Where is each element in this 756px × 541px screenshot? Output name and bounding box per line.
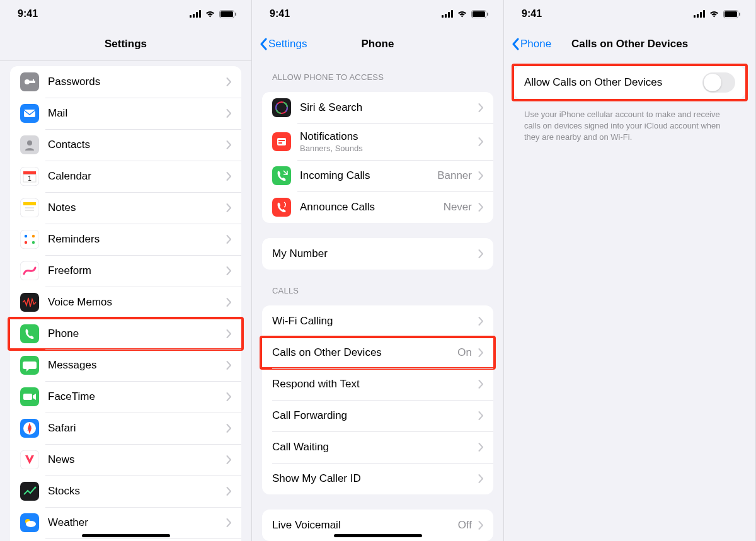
settings-list: PasswordsMailContacts1CalendarNotesRemin… bbox=[10, 66, 241, 541]
row-detail: Never bbox=[444, 201, 472, 214]
chevron-right-icon bbox=[478, 380, 483, 389]
content: PasswordsMailContacts1CalendarNotesRemin… bbox=[0, 61, 251, 541]
row-label: Announce Calls bbox=[300, 200, 444, 214]
list-row[interactable]: Reminders bbox=[10, 224, 241, 255]
list-row[interactable]: Calls on Other DevicesOn bbox=[262, 337, 493, 368]
list-row[interactable]: Contacts bbox=[10, 129, 241, 161]
svg-rect-54 bbox=[487, 13, 488, 16]
list-row[interactable]: Translate bbox=[10, 538, 241, 541]
row-label: Passwords bbox=[48, 75, 224, 89]
list-row[interactable]: News bbox=[10, 444, 241, 476]
chevron-right-icon bbox=[478, 317, 483, 326]
chevron-right-icon bbox=[478, 443, 483, 452]
nav-bar: Settings Phone bbox=[252, 28, 503, 61]
messages-icon bbox=[20, 356, 39, 375]
list-row[interactable]: Call Waiting bbox=[262, 431, 493, 463]
back-button[interactable]: Phone bbox=[508, 28, 555, 60]
svg-rect-51 bbox=[451, 10, 453, 18]
toggle-label: Allow Calls on Other Devices bbox=[524, 76, 702, 89]
list-row[interactable]: Passwords bbox=[10, 66, 241, 98]
svg-rect-62 bbox=[278, 142, 282, 144]
row-detail: Banner bbox=[437, 169, 472, 182]
list-row[interactable]: Phone bbox=[10, 318, 241, 350]
svg-rect-5 bbox=[220, 11, 233, 17]
chevron-right-icon bbox=[478, 203, 483, 212]
allow-calls-toggle[interactable] bbox=[702, 72, 735, 93]
facetime-icon bbox=[20, 387, 39, 406]
notes-icon bbox=[20, 198, 39, 217]
list-row[interactable]: Siri & Search bbox=[262, 92, 493, 123]
status-bar: 9:41 bbox=[0, 0, 251, 28]
list-row[interactable]: Show My Caller ID bbox=[262, 463, 493, 494]
wifi-icon bbox=[205, 10, 215, 18]
chevron-right-icon bbox=[226, 487, 231, 496]
cellular-icon bbox=[190, 10, 201, 18]
svg-rect-20 bbox=[23, 202, 36, 205]
list-row[interactable]: Freeform bbox=[10, 255, 241, 287]
svg-rect-16 bbox=[23, 171, 36, 174]
list-row[interactable]: My Number bbox=[262, 238, 493, 270]
svg-text:1: 1 bbox=[28, 175, 32, 182]
chevron-right-icon bbox=[478, 521, 483, 530]
mail-icon bbox=[20, 104, 39, 123]
allow-calls-row[interactable]: Allow Calls on Other Devices bbox=[514, 66, 745, 99]
list-row[interactable]: NotificationsBanners, Sounds bbox=[262, 123, 493, 160]
chevron-right-icon bbox=[478, 474, 483, 483]
page-title: Settings bbox=[105, 38, 147, 50]
status-bar: 9:41 bbox=[252, 0, 503, 28]
row-label: Respond with Text bbox=[272, 377, 476, 391]
list-row[interactable]: 1Calendar bbox=[10, 161, 241, 192]
chevron-right-icon bbox=[226, 298, 231, 307]
row-label: Mail bbox=[48, 106, 224, 120]
svg-rect-61 bbox=[278, 140, 285, 141]
row-label: Notifications bbox=[300, 130, 476, 144]
list-row[interactable]: Incoming CallsBanner bbox=[262, 160, 493, 191]
status-bar: 9:41 bbox=[504, 0, 755, 28]
list-row[interactable]: Voice Memos bbox=[10, 287, 241, 318]
row-label: Incoming Calls bbox=[300, 169, 437, 183]
row-detail: On bbox=[457, 346, 472, 359]
row-label: Voice Memos bbox=[48, 295, 224, 309]
list-row[interactable]: Wi-Fi Calling bbox=[262, 305, 493, 337]
list-row[interactable]: FaceTime bbox=[10, 381, 241, 413]
content: Allow Calls on Other Devices Use your iP… bbox=[504, 61, 755, 541]
home-indicator[interactable] bbox=[334, 534, 422, 537]
weather-icon bbox=[20, 513, 39, 532]
nav-bar: Settings bbox=[0, 28, 251, 61]
row-label: Reminders bbox=[48, 232, 224, 246]
row-label: Freeform bbox=[48, 264, 224, 278]
stocks-icon bbox=[20, 482, 39, 501]
list-row[interactable]: Notes bbox=[10, 192, 241, 224]
list-row[interactable]: Mail bbox=[10, 98, 241, 129]
back-button[interactable]: Settings bbox=[256, 28, 311, 60]
chevron-right-icon bbox=[226, 392, 231, 401]
row-label: Contacts bbox=[48, 138, 224, 152]
home-indicator[interactable] bbox=[82, 534, 170, 537]
row-label: My Number bbox=[272, 247, 476, 261]
row-label: Live Voicemail bbox=[272, 518, 458, 532]
svg-point-27 bbox=[32, 235, 35, 237]
list-row[interactable]: Announce CallsNever bbox=[262, 191, 493, 223]
row-sublabel: Banners, Sounds bbox=[300, 144, 476, 154]
chevron-right-icon bbox=[226, 235, 231, 244]
list-row[interactable]: Call Forwarding bbox=[262, 400, 493, 431]
list-row[interactable]: Messages bbox=[10, 350, 241, 381]
status-time: 9:41 bbox=[522, 8, 542, 20]
screen-settings: 9:41 Settings PasswordsMailContacts1Cale… bbox=[0, 0, 252, 541]
row-label: Siri & Search bbox=[300, 101, 476, 115]
allow-calls-card: Allow Calls on Other Devices bbox=[514, 66, 745, 99]
svg-point-8 bbox=[25, 79, 30, 84]
chevron-right-icon bbox=[226, 455, 231, 464]
list-row[interactable]: Stocks bbox=[10, 476, 241, 507]
chevron-right-icon bbox=[478, 411, 483, 420]
svg-rect-10 bbox=[33, 79, 34, 82]
svg-rect-68 bbox=[703, 10, 705, 18]
list-row[interactable]: Respond with Text bbox=[262, 368, 493, 400]
nav-bar: Phone Calls on Other Devices bbox=[504, 28, 755, 61]
list-row[interactable]: Safari bbox=[10, 413, 241, 444]
content: ALLOW PHONE TO ACCESS Siri & SearchNotif… bbox=[252, 61, 503, 541]
wifi-icon bbox=[709, 10, 719, 18]
chevron-right-icon bbox=[478, 103, 483, 112]
voice-memos-icon bbox=[20, 293, 39, 312]
chevron-right-icon bbox=[226, 203, 231, 212]
